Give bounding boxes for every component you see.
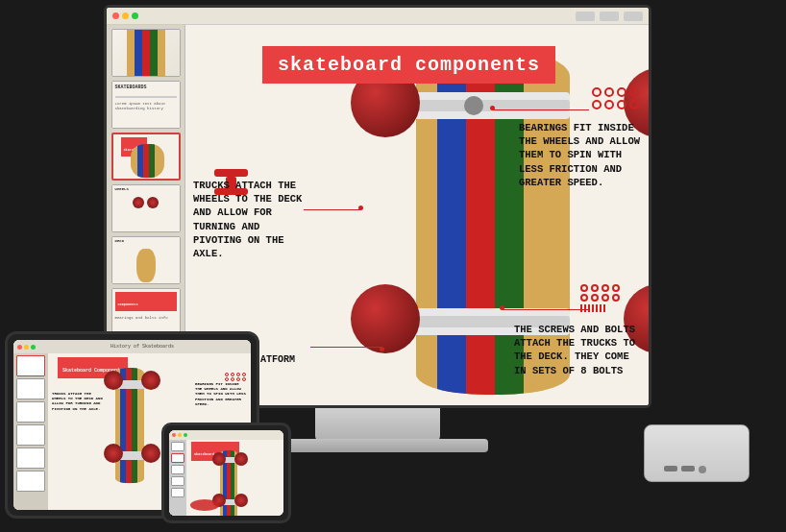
- screw-dot-2: [591, 284, 599, 292]
- iphone-minimize: [178, 433, 182, 437]
- deck-dot: [380, 347, 384, 351]
- ipad-close[interactable]: [17, 345, 22, 350]
- monitor-stand: [315, 408, 440, 442]
- close-button[interactable]: [112, 12, 119, 19]
- trucks-dot: [358, 206, 363, 210]
- screw-row-2: [580, 294, 620, 302]
- thumbnail-6[interactable]: components Bearings and bolts info: [111, 288, 181, 336]
- ipad-trucks-text: TRUCKS ATTACH THE WHEELS TO THE DECK AND…: [52, 392, 104, 412]
- iphone-thumb-5: [171, 488, 184, 497]
- monitor-base: [267, 439, 488, 452]
- bearings-dot: [490, 106, 495, 110]
- ipad-skateboard: [106, 363, 159, 497]
- ipad-wheel-br: [141, 444, 160, 463]
- thumbnail-1-content: [112, 30, 180, 76]
- ipad-thumb-5[interactable]: [16, 447, 45, 469]
- ipad-wheel-tl: [104, 371, 123, 390]
- ipad-thumbnails[interactable]: [13, 353, 48, 510]
- iphone-content: Skateboard Components: [169, 430, 283, 516]
- screw-dot-5: [580, 294, 588, 302]
- iphone: Skateboard Components: [161, 423, 291, 523]
- title-banner: skateboard components: [262, 46, 555, 84]
- monitor-toolbar: [107, 8, 649, 25]
- screws-annotation: THE SCREWS AND BOLTS ATTACH THE TRUCKS T…: [514, 323, 644, 377]
- title-text: skateboard components: [278, 54, 540, 76]
- mac-mini-port-usb: [681, 466, 695, 472]
- bearing-dot-8: [629, 100, 639, 109]
- trucks-line: [304, 209, 361, 210]
- ipad-maximize[interactable]: [31, 345, 36, 350]
- thumbnail-5[interactable]: DECK: [111, 236, 181, 284]
- screw-line-3: [588, 304, 590, 312]
- thumbnail-4[interactable]: WHEELS: [111, 184, 181, 232]
- screw-dot-7: [602, 294, 609, 302]
- mac-mini-port-power: [699, 466, 706, 473]
- mac-mini-ports: [664, 466, 706, 473]
- iphone-thumb-3: [171, 465, 184, 474]
- ipad-thumb-6[interactable]: [16, 471, 45, 492]
- ipad-minimize[interactable]: [24, 345, 29, 350]
- minimize-button[interactable]: [122, 12, 129, 19]
- ipad-thumb-3[interactable]: [16, 401, 45, 423]
- screw-line-4: [592, 304, 594, 312]
- screw-dot-1: [580, 284, 588, 292]
- screw-lines: [580, 304, 620, 312]
- screws-dots: [580, 284, 620, 312]
- screw-line-6: [600, 304, 602, 312]
- bearing-dot-4: [629, 87, 639, 97]
- ipad-thumb-1[interactable]: [16, 355, 45, 376]
- ipad-title-bar: History of Skateboards: [111, 344, 174, 350]
- screw-dot-4: [612, 284, 620, 292]
- bearing-dot-2: [604, 87, 614, 97]
- thumbnail-2[interactable]: SKATEBOARDS Lorem ipsum text about skate…: [111, 81, 181, 129]
- ipad-bearings-text: BEARINGS FIT INSIDE THE WHEELS AND ALLOW…: [195, 382, 247, 407]
- iphone-red-oval: [190, 499, 219, 511]
- screws-dot: [500, 305, 504, 310]
- thumbnail-4-content: WHEELS: [112, 185, 180, 231]
- bearings-line: [493, 109, 589, 110]
- iphone-wheel-tr: [234, 452, 248, 466]
- bearings-dots: [592, 87, 639, 109]
- iphone-toolbar: [169, 430, 283, 440]
- screw-line-7: [603, 304, 605, 312]
- thumbnail-1[interactable]: [111, 29, 181, 77]
- ipad-bearing-dots: [225, 373, 247, 381]
- iphone-thumb-2: [171, 453, 184, 463]
- wheel-bottom-left: [351, 284, 420, 353]
- bearing-dot-7: [617, 100, 626, 109]
- iphone-thumbnails: [169, 440, 186, 516]
- iphone-screen: Skateboard Components: [169, 430, 283, 516]
- screw-line-2: [584, 304, 586, 312]
- screw-row-1: [580, 284, 620, 292]
- iphone-main-slide: Skateboard Components: [186, 440, 283, 516]
- screw-line-5: [596, 304, 598, 312]
- ipad-thumb-2[interactable]: [16, 378, 45, 399]
- toolbar-icon-2: [600, 12, 619, 21]
- deck-line: [310, 347, 382, 348]
- toolbar-icon-1: [576, 12, 595, 21]
- bearing-dot-5: [592, 100, 602, 109]
- bearings-annotation: BEARINGS FIT INSIDE THE WHEELS AND ALLOW…: [519, 121, 644, 189]
- iphone-wheel-br: [234, 494, 248, 507]
- ipad-wheel-bl: [104, 444, 123, 463]
- screw-line-1: [580, 304, 582, 312]
- ipad-toolbar: History of Skateboards: [13, 340, 251, 353]
- screws-line: [503, 309, 589, 310]
- iphone-close: [172, 433, 176, 437]
- thumbnail-2-content: SKATEBOARDS Lorem ipsum text about skate…: [112, 82, 180, 128]
- iphone-thumb-1: [171, 442, 184, 451]
- toolbar-icon-3: [624, 12, 643, 21]
- bearing-dot-6: [604, 100, 614, 109]
- screw-dot-8: [612, 294, 620, 302]
- iphone-slide-area: Skateboard Components: [169, 440, 283, 516]
- thumbnail-6-content: components Bearings and bolts info: [112, 289, 180, 335]
- thumbnail-3-content: skateboard: [113, 134, 179, 179]
- bearing-dot-1: [592, 87, 602, 97]
- ipad-wheel-tr: [141, 371, 160, 390]
- mac-mini-port-hdmi: [664, 466, 677, 472]
- iphone-wheel-tl: [212, 452, 226, 466]
- ipad-thumb-4[interactable]: [16, 424, 45, 446]
- thumbnail-5-content: DECK: [112, 237, 180, 283]
- maximize-button[interactable]: [132, 12, 138, 19]
- thumbnail-3[interactable]: skateboard: [111, 133, 181, 181]
